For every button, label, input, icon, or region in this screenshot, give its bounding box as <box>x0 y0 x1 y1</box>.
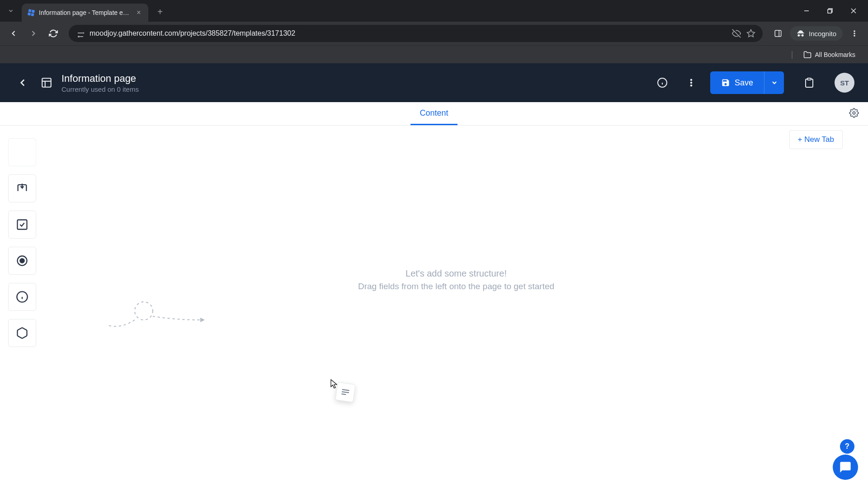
svg-rect-1 <box>828 9 831 13</box>
chat-icon <box>839 461 852 474</box>
template-icon <box>41 77 52 89</box>
chrome-menu-button[interactable] <box>846 25 863 42</box>
field-checkbox[interactable] <box>8 211 36 239</box>
svg-marker-33 <box>200 318 205 322</box>
maximize-button[interactable] <box>819 2 841 20</box>
svg-point-28 <box>20 258 24 263</box>
app-back-button[interactable] <box>14 74 32 92</box>
svg-marker-9 <box>747 30 755 37</box>
drag-ghost-icon <box>335 382 355 402</box>
minimize-button[interactable] <box>796 2 817 20</box>
search-tabs-button[interactable] <box>4 4 18 18</box>
back-button[interactable] <box>5 25 22 42</box>
all-bookmarks-label: All Bookmarks <box>815 51 855 58</box>
svg-point-25 <box>853 112 855 114</box>
save-icon <box>721 78 730 87</box>
svg-point-32 <box>135 302 153 320</box>
template-canvas[interactable]: Let's add some structure! Drag fields fr… <box>44 126 868 488</box>
incognito-icon <box>796 29 805 38</box>
new-tab-button[interactable]: + <box>153 5 167 19</box>
side-panel-icon[interactable] <box>770 25 786 42</box>
svg-point-13 <box>854 33 855 34</box>
mouse-cursor <box>330 379 339 391</box>
incognito-label: Incognito <box>809 30 836 38</box>
drag-hint-arrow-icon <box>94 297 212 338</box>
bookmark-star-icon[interactable] <box>746 29 755 38</box>
address-bar[interactable]: moodjoy.gathercontent.com/projects/38582… <box>69 25 763 42</box>
tab-favicon-icon <box>27 9 35 17</box>
svg-point-23 <box>690 84 693 87</box>
field-text[interactable] <box>8 138 36 166</box>
save-button[interactable]: Save <box>710 71 764 94</box>
close-window-button[interactable] <box>843 2 864 20</box>
save-dropdown-button[interactable] <box>764 71 784 94</box>
svg-point-12 <box>854 30 855 32</box>
tab-close-button[interactable]: × <box>135 9 143 17</box>
save-label: Save <box>735 78 753 88</box>
chat-button[interactable] <box>833 455 858 480</box>
incognito-badge[interactable]: Incognito <box>790 26 843 41</box>
field-guidelines[interactable] <box>8 283 36 311</box>
info-button[interactable] <box>652 73 672 93</box>
help-button[interactable]: ? <box>840 439 854 454</box>
template-subtitle: Currently used on 0 items <box>61 85 139 93</box>
field-attachment[interactable] <box>8 174 36 202</box>
url-text: moodjoy.gathercontent.com/projects/38582… <box>90 29 726 38</box>
svg-point-21 <box>690 79 693 81</box>
empty-state-title: Let's add some structure! <box>358 268 554 279</box>
bookmark-separator: | <box>791 50 793 59</box>
template-title: Information page <box>61 73 139 84</box>
tab-title: Information page - Template e… <box>39 9 131 16</box>
tab-settings-button[interactable] <box>849 108 859 120</box>
svg-point-6 <box>84 33 84 33</box>
svg-rect-15 <box>42 78 51 87</box>
field-radio[interactable] <box>8 247 36 275</box>
eye-off-icon[interactable] <box>732 29 741 38</box>
tab-content[interactable]: Content <box>410 102 457 125</box>
avatar-initials: ST <box>840 79 849 87</box>
empty-state-subtitle: Drag fields from the left onto the page … <box>358 282 554 291</box>
all-bookmarks-button[interactable]: All Bookmarks <box>800 51 859 59</box>
svg-rect-26 <box>18 220 27 230</box>
forward-button[interactable] <box>25 25 42 42</box>
svg-rect-10 <box>775 30 781 37</box>
browser-tab[interactable]: Information page - Template e… × <box>22 4 148 22</box>
svg-point-22 <box>690 82 693 84</box>
svg-point-14 <box>854 35 855 37</box>
svg-line-34 <box>342 389 349 390</box>
field-component[interactable] <box>8 319 36 347</box>
svg-rect-24 <box>807 78 811 80</box>
more-menu-button[interactable] <box>681 73 701 93</box>
svg-line-36 <box>341 394 346 394</box>
site-info-icon[interactable] <box>76 29 84 38</box>
user-avatar[interactable]: ST <box>835 73 854 93</box>
svg-line-35 <box>342 392 349 393</box>
folder-icon <box>803 51 811 59</box>
clipboard-button[interactable] <box>799 73 819 93</box>
svg-point-7 <box>78 36 79 37</box>
reload-button[interactable] <box>45 25 61 42</box>
